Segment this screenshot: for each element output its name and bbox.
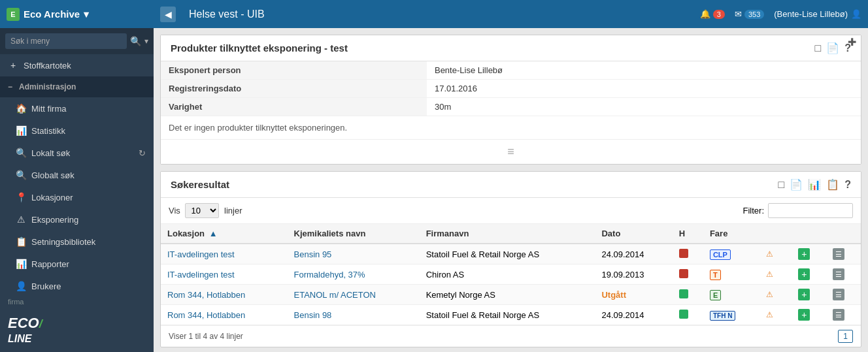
panel2-export1-icon[interactable]: 📄 [790, 178, 803, 191]
panel2-title: Søkeresultat [171, 179, 229, 190]
view-action-icon[interactable]: ☰ [833, 289, 844, 300]
add-action-icon[interactable]: + [798, 289, 810, 300]
sidebar-item-label: Setningsbibliotek [31, 237, 95, 247]
warning-action-icon[interactable]: ⚠ [764, 268, 776, 280]
cell-kjemikalie: Bensin 95 [288, 244, 420, 264]
expand-button[interactable]: ✚ [848, 36, 856, 48]
cell-dato: 19.09.2013 [595, 264, 672, 285]
mail-button[interactable]: ✉ 353 [735, 9, 764, 19]
lokasjon-link[interactable]: Rom 344, Hotlabben [167, 290, 245, 300]
pagination: 1 [838, 330, 853, 343]
panel2-help-icon[interactable]: ? [844, 179, 851, 191]
sidebar-item-stoffkartotek[interactable]: + Stoffkartotek [0, 54, 154, 76]
add-action-icon[interactable]: + [798, 248, 810, 260]
header-right-area: 🔔 3 ✉ 353 (Bente-Lise Lillebø) 👤 [700, 9, 861, 19]
sidebar-item-lokalt-sok[interactable]: 🔍 Lokalt søk ↻ [0, 142, 154, 164]
sidebar-item-brukere[interactable]: 👤 Brukere [0, 275, 154, 293]
view-action-icon[interactable]: ☰ [833, 268, 844, 280]
panel1-pdf-icon[interactable]: 📄 [826, 42, 839, 54]
vis-select[interactable]: 10 5 25 50 100 [185, 203, 219, 218]
panel2-export2-icon[interactable]: 📊 [808, 178, 821, 191]
search-icon[interactable]: 🔍 [130, 36, 141, 46]
page-title: Helse vest - UIB [182, 8, 700, 20]
kjemikalie-link[interactable]: Bensin 95 [294, 249, 332, 259]
view-action-icon[interactable]: ☰ [833, 309, 844, 321]
user-name: (Bente-Lise Lillebø) [774, 9, 848, 19]
logo-area[interactable]: E Eco Archive ▾ [7, 8, 160, 21]
notifications-bell[interactable]: 🔔 3 [700, 9, 725, 19]
col-firmanavn: Firmanavn [420, 224, 595, 244]
kjemikalie-link[interactable]: ETANOL m/ ACETON [294, 290, 376, 300]
warning-icon: ⚠ [16, 214, 26, 225]
panel2-body: Vis 10 5 25 50 100 linjer Filter: [161, 198, 861, 347]
refresh-icon[interactable]: ↻ [139, 148, 146, 158]
warning-action-icon[interactable]: ⚠ [764, 289, 776, 300]
lokasjon-link[interactable]: Rom 344, Hotlabben [167, 310, 245, 320]
vis-label: Vis [169, 206, 180, 216]
minus-icon: − [8, 82, 12, 91]
field-value: 30m [427, 98, 861, 116]
cell-action-warn: ⚠ [758, 285, 792, 305]
sidebar-item-rapporter[interactable]: 📊 Rapporter [0, 253, 154, 275]
cell-lokasjon: Rom 344, Hotlabben [161, 305, 288, 325]
kjemikalie-link[interactable]: Formaldehyd, 37% [294, 270, 365, 280]
sidebar-item-label: Rapporter [31, 259, 69, 269]
panel1-title: Produkter tilknyttet eksponering - test [171, 42, 348, 54]
cell-fare: TFH N [703, 305, 758, 325]
lokasjon-link[interactable]: IT-avdelingen test [167, 249, 235, 259]
collapse-sidebar-button[interactable]: ◀ [160, 7, 176, 22]
h-color-box [679, 289, 688, 298]
panel2-header: Søkeresultat □ 📄 📊 📋 ? [161, 172, 861, 198]
cell-action-add: + [792, 264, 826, 285]
warning-action-icon[interactable]: ⚠ [764, 309, 776, 321]
plus-icon: + [8, 60, 18, 71]
globe-search-icon: 🔍 [16, 170, 26, 180]
fare-badge: E [710, 290, 721, 300]
view-action-icon[interactable]: ☰ [833, 248, 844, 260]
firma-label: firma [0, 293, 154, 308]
sidebar-item-label: Mitt firma [31, 104, 66, 114]
add-action-icon[interactable]: + [798, 309, 810, 321]
page-number[interactable]: 1 [838, 330, 853, 343]
panel2-minimize-icon[interactable]: □ [778, 179, 785, 191]
field-value: Bente-Lise Lillebø [427, 61, 861, 80]
cell-action-add: + [792, 244, 826, 264]
sidebar-item-statistikk[interactable]: 📊 Statistikk [0, 120, 154, 142]
kjemikalie-link[interactable]: Bensin 98 [294, 310, 332, 320]
home-icon: 🏠 [16, 103, 26, 114]
sidebar-item-mitt-firma[interactable]: 🏠 Mitt firma [0, 97, 154, 120]
search-icon: 🔍 [16, 148, 26, 158]
report-icon: 📊 [16, 259, 26, 269]
h-color-box [679, 269, 688, 278]
filter-input[interactable] [768, 203, 853, 218]
sidebar-item-globalt-sok[interactable]: 🔍 Globalt søk [0, 164, 154, 186]
sidebar-item-setningsbibliotek[interactable]: 📋 Setningsbibliotek [0, 231, 154, 253]
cell-action-view: ☰ [826, 264, 861, 285]
table-row: IT-avdelingen test Bensin 95 Statoil Fue… [161, 244, 861, 264]
add-action-icon[interactable]: + [798, 268, 810, 280]
col-action3 [826, 224, 861, 244]
col-action2 [792, 224, 826, 244]
panel2-export3-icon[interactable]: 📋 [826, 178, 839, 191]
col-lokasjon[interactable]: Lokasjon ▲ [161, 224, 288, 244]
field-label: Eksponert person [161, 61, 427, 80]
sidebar-item-eksponering[interactable]: ⚠ Eksponering [0, 208, 154, 231]
sidebar-item-lokasjoner[interactable]: 📍 Lokasjoner [0, 186, 154, 208]
user-menu[interactable]: (Bente-Lise Lillebø) 👤 [774, 9, 861, 19]
caret-icon[interactable]: ▾ [144, 37, 148, 46]
warning-action-icon[interactable]: ⚠ [764, 248, 776, 260]
panel-sokeresultat: Søkeresultat □ 📄 📊 📋 ? Vis 10 5 [160, 171, 861, 347]
sidebar-section-administrasjon[interactable]: − Administrasjon [0, 76, 154, 97]
cell-firmanavn: Statoil Fuel & Retail Norge AS [420, 305, 595, 325]
fare-badge: T [710, 270, 721, 280]
search-input[interactable] [5, 33, 127, 49]
panel1-minimize-icon[interactable]: □ [815, 42, 822, 54]
cell-firmanavn: Kemetyl Norge AS [420, 285, 595, 305]
sidebar-scroll: + Stoffkartotek − Administrasjon 🏠 Mitt … [0, 54, 154, 293]
cell-kjemikalie: Bensin 98 [288, 305, 420, 325]
table-row: IT-avdelingen test Formaldehyd, 37% Chir… [161, 264, 861, 285]
cell-fare: E [703, 285, 758, 305]
lokasjon-link[interactable]: IT-avdelingen test [167, 270, 235, 280]
field-label: Varighet [161, 98, 427, 116]
top-header: E Eco Archive ▾ ◀ Helse vest - UIB 🔔 3 ✉… [0, 0, 868, 28]
